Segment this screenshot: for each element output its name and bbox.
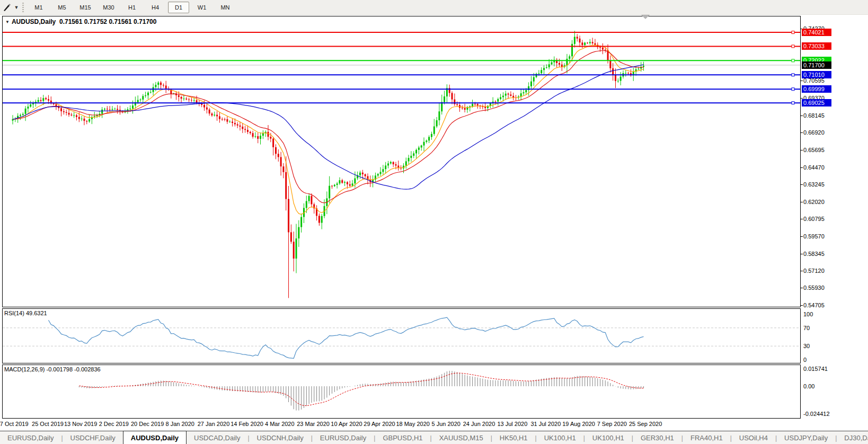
price-axis-tickmark <box>801 236 803 237</box>
macd-axis-tick-label: 0.015741 <box>803 366 828 372</box>
price-axis-tickmark <box>801 150 803 150</box>
price-axis-tickmark <box>801 202 803 202</box>
date-axis-tick-label: 13 Nov 2019 <box>64 421 97 427</box>
price-chart-panel[interactable] <box>2 16 801 307</box>
timeframe-button-mn[interactable]: MN <box>215 2 236 13</box>
last-bar-position-marker-icon[interactable] <box>641 15 650 19</box>
chart-tab-usdcad-daily[interactable]: USDCAD,Daily <box>187 431 247 444</box>
chart-ohlc-values: 0.71561 0.71752 0.71561 0.71700 <box>59 18 157 25</box>
chart-title-dropdown-icon[interactable]: ▼ <box>5 20 10 24</box>
price-axis-tickmark <box>801 98 803 99</box>
rsi-axis-tick-label: 70 <box>803 325 810 331</box>
date-axis-tick-label: 10 Apr 2020 <box>331 421 362 427</box>
chart-tab-usdjpy-daily[interactable]: USDJPY,Daily <box>777 431 835 444</box>
chart-tab-uk100-h1[interactable]: UK100,H1 <box>585 431 632 444</box>
price-axis-tickmark <box>801 116 803 116</box>
chart-symbol-label: AUDUSD,Daily <box>12 18 56 25</box>
level-price-badge: 0.69999 <box>802 85 831 93</box>
price-axis-tick-label: 0.65695 <box>803 147 825 153</box>
timeframe-button-m1[interactable]: M1 <box>28 2 49 13</box>
price-axis-tick-label: 0.66920 <box>803 129 825 136</box>
chart-tab-gbpusd-h1[interactable]: GBPUSD,H1 <box>375 431 430 444</box>
chart-title: ▼AUDUSD,Daily 0.71561 0.71752 0.71561 0.… <box>5 18 156 25</box>
price-axis-tickmark <box>801 271 803 271</box>
level-price-badge: 0.69025 <box>802 99 831 106</box>
chart-tab-fra40-h1[interactable]: FRA40,H1 <box>683 431 730 444</box>
date-axis-tick-label: 7 Sep 2020 <box>597 421 627 427</box>
date-axis-tick-label: 29 Apr 2020 <box>364 421 395 427</box>
price-axis-tick-label: 0.59570 <box>803 233 825 239</box>
price-axis-tick-label: 0.58345 <box>803 251 825 257</box>
timeframe-button-m5[interactable]: M5 <box>51 2 73 13</box>
timeframe-button-h4[interactable]: H4 <box>145 2 166 13</box>
date-axis-tick-label: 2 Dec 2019 <box>99 421 129 427</box>
current-price-badge: 0.71700 <box>802 61 831 69</box>
macd-indicator-panel[interactable] <box>2 365 801 419</box>
toolbar-drag-handle[interactable] <box>22 3 24 12</box>
chart-tab-uk100-h1[interactable]: UK100,H1 <box>537 431 583 444</box>
price-axis-tick-label: 0.60795 <box>803 216 825 222</box>
date-axis-tick-label: 14 Feb 2020 <box>231 421 263 427</box>
date-axis-tick-label: 5 Jun 2020 <box>432 421 460 427</box>
chart-tab-dj30-daily[interactable]: DJ30,Daily <box>837 431 868 444</box>
level-price-badge: 0.74021 <box>802 29 831 36</box>
date-axis-tick-label: 4 Mar 2020 <box>265 421 295 427</box>
price-axis-tick-label: 0.64470 <box>803 164 825 171</box>
chart-tab-xauusd-m15[interactable]: XAUUSD,M15 <box>432 431 491 444</box>
chart-tab-audusd-daily[interactable]: AUDUSD,Daily <box>123 431 187 444</box>
rsi-axis-tick-label: 30 <box>803 343 810 349</box>
level-price-badge: 0.73033 <box>802 42 831 50</box>
chart-tab-usdcnh-daily[interactable]: USDCNH,Daily <box>250 431 311 444</box>
price-axis-tick-label: 0.57120 <box>803 268 825 274</box>
level-price-badge: 0.71010 <box>802 71 831 78</box>
chart-tab-eurusd-daily[interactable]: EURUSD,Daily <box>0 431 61 444</box>
price-axis-tick-label: 0.63245 <box>803 181 825 188</box>
date-axis-tick-label: 20 Dec 2019 <box>131 421 164 427</box>
timeframe-toolbar: ▼ M1M5M15M30H1H4D1W1MN <box>0 0 868 15</box>
price-axis-tick-label: 0.54705 <box>803 302 825 308</box>
date-axis-tick-label: 7 Oct 2019 <box>0 421 29 427</box>
chart-tab-usdchf-daily[interactable]: USDCHF,Daily <box>63 431 123 444</box>
macd-axis-tick-label: -0.024412 <box>803 411 830 417</box>
trading-terminal-window: ▼ M1M5M15M30H1H4D1W1MN ▼AUDUSD,Daily 0.7… <box>0 0 868 444</box>
macd-indicator-label: MACD(12,26,9) -0.001798 -0.002836 <box>4 366 101 372</box>
date-axis-tick-label: 18 May 2020 <box>396 421 430 427</box>
macd-axis-tick-label: 0.00 <box>803 383 814 389</box>
timeframe-button-m15[interactable]: M15 <box>75 2 96 13</box>
timeframe-buttons: M1M5M15M30H1H4D1W1MN <box>27 2 237 13</box>
date-axis-tick-label: 23 Mar 2020 <box>297 421 330 427</box>
date-axis-tick-label: 19 Aug 2020 <box>562 421 595 427</box>
chart-tab-bar: EURUSD,Daily|USDCHF,DailyAUDUSD,DailyUSD… <box>0 431 868 444</box>
price-axis-tick-label: 0.62020 <box>803 199 825 205</box>
date-axis-tick-label: 25 Oct 2019 <box>32 421 64 427</box>
price-axis-tickmark <box>801 167 803 168</box>
timeframe-button-d1[interactable]: D1 <box>168 2 189 13</box>
chart-tab-hk50-h1[interactable]: HK50,H1 <box>492 431 535 444</box>
date-axis-tick-label: 24 Jun 2020 <box>463 421 495 427</box>
price-axis-tickmark <box>801 219 803 219</box>
rsi-axis-tick-label: 100 <box>803 311 813 317</box>
timeframe-button-w1[interactable]: W1 <box>191 2 212 13</box>
date-axis-tick-label: 27 Jan 2020 <box>198 421 230 427</box>
date-axis-tick-label: 25 Sep 2020 <box>629 421 662 427</box>
price-axis-tickmark <box>801 288 803 288</box>
price-axis-tick-label: 0.55930 <box>803 285 825 291</box>
price-axis-tickmark <box>801 254 803 254</box>
price-axis-tickmark <box>801 184 803 185</box>
rsi-indicator-label: RSI(14) 49.6321 <box>4 310 47 316</box>
price-axis-tickmark <box>801 81 803 81</box>
date-axis-tick-label: 8 Jan 2020 <box>166 421 194 427</box>
date-axis-tick-label: 31 Jul 2020 <box>530 421 561 427</box>
pen-cursor-icon[interactable] <box>1 2 13 13</box>
rsi-indicator-panel[interactable] <box>2 308 801 363</box>
chart-tab-eurusd-daily[interactable]: EURUSD,Daily <box>313 431 374 444</box>
chart-tab-usoil-h4[interactable]: USOil,H4 <box>732 431 775 444</box>
price-axis-tick-label: 0.68145 <box>803 112 825 119</box>
timeframe-button-m30[interactable]: M30 <box>98 2 119 13</box>
rsi-axis-tick-label: 0 <box>803 357 807 363</box>
price-axis-tickmark <box>801 305 803 306</box>
price-axis-tickmark <box>801 132 803 133</box>
timeframe-button-h1[interactable]: H1 <box>121 2 143 13</box>
tool-dropdown-caret-icon[interactable]: ▼ <box>13 5 20 10</box>
chart-tab-ger30-h1[interactable]: GER30,H1 <box>633 431 681 444</box>
